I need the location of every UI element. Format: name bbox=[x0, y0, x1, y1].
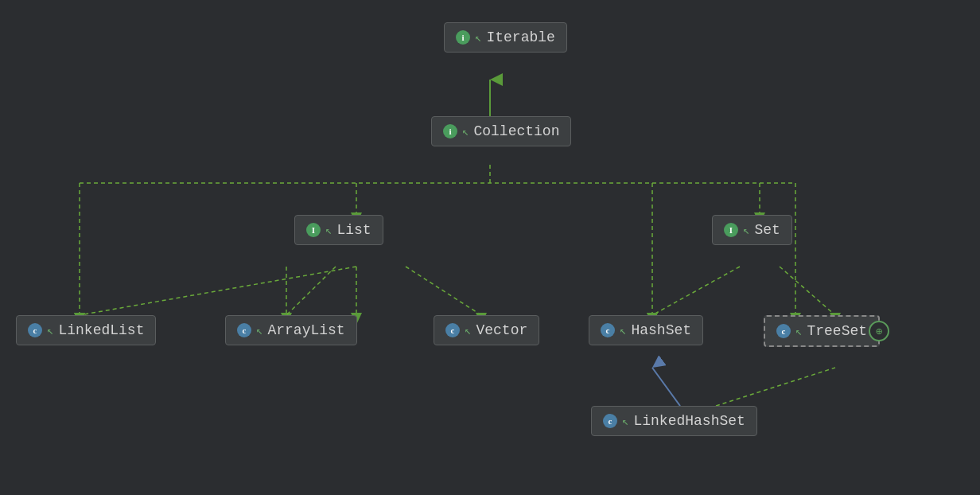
move-cursor[interactable]: ⊕ bbox=[869, 321, 889, 341]
node-collection[interactable]: i ↖ Collection bbox=[431, 116, 571, 146]
icon-list: I bbox=[306, 223, 321, 237]
label-linkedlist: LinkedList bbox=[58, 322, 144, 338]
svg-line-23 bbox=[80, 267, 356, 315]
svg-line-18 bbox=[406, 267, 481, 315]
node-linkedlist[interactable]: c ↖ LinkedList bbox=[16, 315, 156, 345]
label-linkedhashset: LinkedHashSet bbox=[633, 413, 745, 429]
label-list: List bbox=[336, 222, 371, 238]
icon-collection: i bbox=[443, 124, 457, 138]
node-hashset[interactable]: c ↖ HashSet bbox=[589, 315, 703, 345]
icon-linkedlist: c bbox=[28, 323, 42, 337]
label-iterable: Iterable bbox=[486, 29, 554, 45]
label-collection: Collection bbox=[473, 123, 559, 139]
label-treeset: TreeSet bbox=[807, 323, 867, 339]
diagram-canvas: i ↖ Iterable i ↖ Collection I ↖ List I ↖… bbox=[0, 0, 980, 495]
svg-line-25 bbox=[652, 267, 740, 315]
node-arraylist[interactable]: c ↖ ArrayList bbox=[225, 315, 357, 345]
svg-line-20 bbox=[286, 267, 336, 315]
node-vector[interactable]: c ↖ Vector bbox=[434, 315, 539, 345]
svg-line-27 bbox=[780, 267, 835, 315]
label-hashset: HashSet bbox=[631, 322, 691, 338]
icon-iterable: i bbox=[456, 30, 470, 45]
icon-arraylist: c bbox=[237, 323, 251, 337]
node-iterable[interactable]: i ↖ Iterable bbox=[444, 22, 567, 53]
svg-line-29 bbox=[652, 368, 680, 406]
icon-hashset: c bbox=[601, 323, 615, 337]
label-arraylist: ArrayList bbox=[267, 322, 344, 338]
icon-linkedhashset: c bbox=[603, 414, 617, 428]
label-vector: Vector bbox=[476, 322, 527, 338]
node-linkedhashset[interactable]: c ↖ LinkedHashSet bbox=[591, 406, 757, 436]
icon-set: I bbox=[724, 223, 738, 237]
svg-line-30 bbox=[716, 368, 835, 406]
node-list[interactable]: I ↖ List bbox=[294, 215, 383, 245]
label-set: Set bbox=[754, 222, 780, 238]
node-treeset[interactable]: c ↖ TreeSet ⊕ bbox=[764, 315, 880, 347]
icon-vector: c bbox=[445, 323, 460, 337]
icon-treeset: c bbox=[776, 324, 791, 338]
node-set[interactable]: I ↖ Set bbox=[712, 215, 792, 245]
connections-svg bbox=[0, 0, 980, 495]
